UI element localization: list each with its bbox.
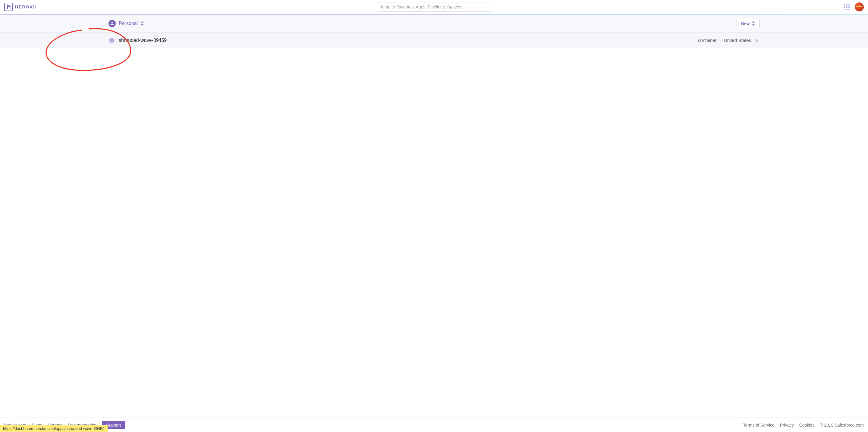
chevron-updown-icon bbox=[752, 22, 755, 26]
footer-link-terms[interactable]: Terms of Service bbox=[743, 423, 775, 428]
app-stack: container bbox=[698, 38, 717, 43]
search-container bbox=[377, 2, 491, 12]
dot-separator: · bbox=[720, 38, 721, 43]
footer-copyright: © 2019 Salesforce.com bbox=[820, 423, 864, 428]
browser-status-bar: https://dashboard.heroku.com/apps/shroud… bbox=[0, 425, 108, 432]
top-navbar: HEROKU bbox=[0, 0, 868, 14]
footer-link-privacy[interactable]: Privacy bbox=[780, 423, 794, 428]
footer-right: Terms of Service Privacy Cookies © 2019 … bbox=[743, 423, 864, 428]
app-switcher-icon[interactable] bbox=[844, 4, 850, 10]
sub-header: Personal New bbox=[0, 14, 868, 33]
chevron-updown-icon bbox=[141, 22, 144, 26]
footer-link-cookies[interactable]: Cookies bbox=[799, 423, 815, 428]
footer: heroku.com Blogs Careers Documentation S… bbox=[0, 418, 868, 432]
user-avatar[interactable] bbox=[855, 2, 864, 11]
team-label: Personal bbox=[119, 21, 138, 26]
status-url: https://dashboard.heroku.com/apps/shroud… bbox=[3, 426, 104, 431]
top-navbar-right bbox=[844, 2, 864, 11]
hexagon-icon bbox=[108, 37, 115, 44]
app-region: United States bbox=[724, 38, 751, 43]
team-selector[interactable]: Personal bbox=[108, 20, 144, 27]
favorite-star-button[interactable] bbox=[754, 38, 760, 43]
new-button-label: New bbox=[741, 21, 749, 26]
app-row[interactable]: shrouded-wave-39459 container · United S… bbox=[0, 33, 868, 48]
app-name: shrouded-wave-39459 bbox=[119, 38, 167, 43]
app-row-left: shrouded-wave-39459 bbox=[108, 37, 167, 44]
app-row-right: container · United States bbox=[698, 38, 760, 43]
search-input[interactable] bbox=[377, 2, 491, 12]
heroku-logo[interactable]: HEROKU bbox=[4, 3, 37, 11]
brand-text: HEROKU bbox=[15, 4, 37, 9]
new-button[interactable]: New bbox=[737, 19, 760, 28]
heroku-logo-icon bbox=[4, 3, 13, 11]
person-icon bbox=[108, 20, 116, 27]
app-list: shrouded-wave-39459 container · United S… bbox=[0, 33, 868, 418]
